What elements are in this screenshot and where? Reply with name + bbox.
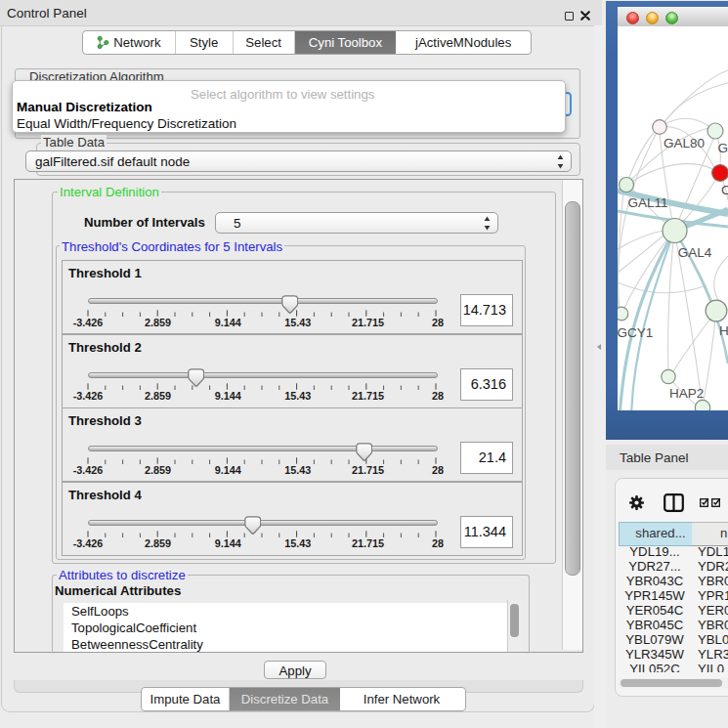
svg-text:GAL80: GAL80 bbox=[664, 136, 705, 150]
svg-text:CD: CD bbox=[721, 183, 728, 197]
svg-text:HA: HA bbox=[719, 323, 728, 338]
svg-text:GA: GA bbox=[718, 141, 728, 155]
svg-text:GCY1: GCY1 bbox=[618, 325, 653, 340]
svg-text:GAL4: GAL4 bbox=[678, 245, 712, 260]
svg-text:HAP2: HAP2 bbox=[669, 386, 704, 401]
svg-text:GAL11: GAL11 bbox=[628, 195, 668, 210]
